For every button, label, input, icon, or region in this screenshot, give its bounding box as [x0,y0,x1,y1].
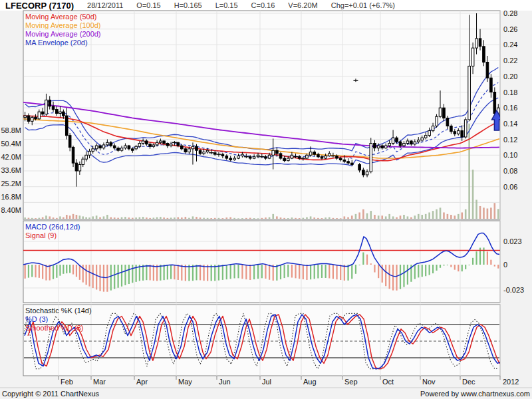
month-axis-label: Mar [93,378,106,386]
price-axis-label: 0.06 [503,183,517,191]
legend-stoch-k: Stochastic %K (14d) [25,307,92,315]
legend-envelope: MA Envelope (20d) [25,39,101,47]
legend-stoch-sd: Smoothed %D (3) [25,324,92,332]
price-axis-label: 0.08 [503,167,517,175]
month-axis-label: Apr [136,378,148,386]
month-axis-label: Feb [61,378,73,386]
macd-panel-legend: MACD (26d,12d) Signal (9) [25,223,80,240]
macd-axis-label: 0.023 [503,237,522,245]
month-axis-label: Sep [344,378,358,386]
legend-macd: MACD (26d,12d) [25,223,80,231]
volume-axis-label: 58.8M [0,126,21,134]
volume-axis-label: 16.8M [0,193,21,201]
month-axis-label: May [178,378,192,386]
legend-ma200: Moving Average (200d) [25,30,101,39]
month-axis-label: Dec [462,378,475,386]
powered-by-link[interactable]: Powered by www.chartnexus.com [420,390,530,398]
legend-signal: Signal (9) [25,231,80,240]
month-axis-label: Aug [303,378,317,386]
macd-axis-label: 0 [503,261,507,269]
macd-panel[interactable] [23,221,500,303]
volume-axis-label: 33.6M [0,166,21,174]
price-axis-label: 0.16 [503,104,517,112]
copyright-text: Copyright © 2011 ChartNexus [2,390,99,398]
month-axis-label: Oct [382,378,394,386]
price-axis-label: 0.10 [503,151,517,159]
volume-axis-label: 25.2M [0,180,21,188]
legend-ma100: Moving Average (100d) [25,21,101,30]
volume-axis-label: 42.0M [0,153,21,161]
stoch-panel-legend: Stochastic %K (14d) %D (3) Smoothed %D (… [25,307,92,332]
legend-ma50: Moving Average (50d) [25,13,101,21]
month-axis-label: Nov [422,378,436,386]
stochastic-panel[interactable] [23,305,500,376]
price-axis-label: 0.18 [503,88,517,96]
price-panel-legend: Moving Average (50d) Moving Average (100… [25,13,101,47]
month-axis-label: 2012 [503,378,519,386]
chart-canvas[interactable] [0,0,532,399]
price-axis-label: 0.26 [503,25,517,33]
chartnexus-app: LFECORP (7170) 28/12/2011 O=0.15 H=0.165… [0,0,532,399]
price-axis-label: 0.22 [503,57,517,65]
price-axis-label: 0.12 [503,136,517,144]
price-axis-label: 0.24 [503,41,517,49]
volume-axis-label: 50.4M [0,140,21,148]
price-axis-label: 0.28 [503,9,517,17]
legend-stoch-d: %D (3) [25,315,92,324]
price-axis-label: 0.14 [503,120,517,128]
volume-axis-label: 8.40M [0,206,21,214]
price-axis-label: 0.20 [503,72,517,80]
macd-axis-label: -0.023 [503,286,524,294]
month-axis-label: Jul [262,378,271,386]
month-axis-label: Jun [219,378,231,386]
